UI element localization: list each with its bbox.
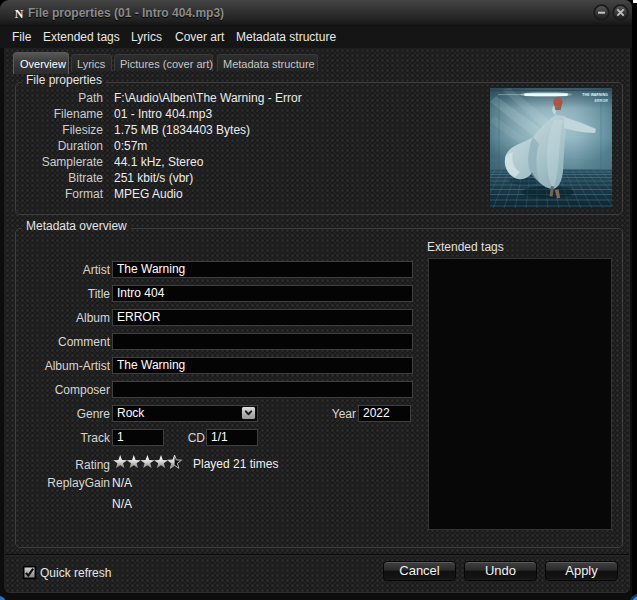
svg-text:THE WARNING: THE WARNING: [582, 93, 608, 97]
svg-text:ERROR: ERROR: [595, 99, 609, 103]
svg-text:N: N: [15, 7, 24, 21]
